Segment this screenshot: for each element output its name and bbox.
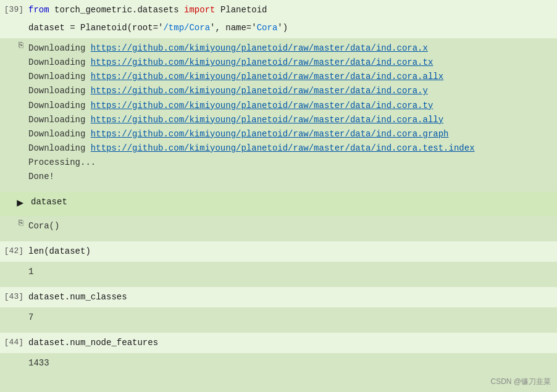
num-node-features-result: 1433: [28, 358, 49, 368]
dl-line-7: Downloading https://github.com/kimiyoung…: [28, 127, 552, 141]
cell-43-output-content: 7: [26, 307, 557, 328]
dataset-cell-content[interactable]: dataset: [26, 192, 557, 212]
keyword-import: import: [184, 5, 215, 15]
cell-44-code[interactable]: dataset.num_node_features: [26, 333, 557, 353]
cell-42-output-content: 1: [26, 262, 557, 282]
dl-link-6[interactable]: https://github.com/kimiyoung/planetoid/r…: [91, 115, 443, 125]
class-name: Planetoid: [220, 5, 267, 15]
dl-link-8[interactable]: https://github.com/kimiyoung/planetoid/r…: [91, 143, 475, 153]
code-assign-mid: ', name=': [210, 23, 257, 33]
spacer-2: [0, 236, 557, 241]
done-line: Done!: [28, 170, 552, 184]
module-name: torch_geometric.datasets: [54, 5, 184, 15]
cell-43-output: 7: [0, 307, 557, 328]
dl-line-4: Downloading https://github.com/kimiyoung…: [28, 84, 552, 98]
cell-39-code[interactable]: from torch_geometric.datasets import Pla…: [26, 0, 557, 38]
cell-42-output: 1: [0, 262, 557, 282]
cell-42-label: [42]: [0, 241, 26, 262]
cell-43-code[interactable]: dataset.num_classes: [26, 287, 557, 307]
len-result: 1: [28, 267, 33, 277]
cell-42-input: [42] len(dataset): [0, 241, 557, 262]
dl-link-1[interactable]: https://github.com/kimiyoung/planetoid/r…: [91, 43, 428, 53]
dataset-code: dataset: [31, 197, 67, 207]
code-line-2: dataset = Planetoid(root='/tmp/Cora', na…: [28, 21, 552, 35]
notebook: [39] from torch_geometric.datasets impor…: [0, 0, 557, 374]
dl-line-8: Downloading https://github.com/kimiyoung…: [28, 141, 552, 156]
dl-line-3: Downloading https://github.com/kimiyoung…: [28, 70, 552, 84]
dl-link-2[interactable]: https://github.com/kimiyoung/planetoid/r…: [91, 57, 433, 67]
keyword-from: from: [28, 5, 49, 15]
cell-43-input: [43] dataset.num_classes: [0, 287, 557, 307]
num-node-features-code: dataset.num_node_features: [28, 338, 158, 348]
root-path: /tmp/Cora: [163, 23, 210, 33]
play-icon: ▶: [17, 197, 23, 209]
processing-line: Processing...: [28, 156, 552, 170]
dl-link-3[interactable]: https://github.com/kimiyoung/planetoid/r…: [91, 72, 443, 81]
cell-42-out-label: [0, 262, 26, 269]
cell-39-label: [39]: [0, 0, 26, 20]
cell-39-output: ⎘ Downloading https://github.com/kimiyou…: [0, 38, 557, 187]
output-copy-icon-39: ⎘: [0, 38, 26, 56]
len-code: len(dataset): [28, 246, 91, 256]
run-button-dataset[interactable]: ▶: [0, 192, 26, 216]
num-classes-result: 7: [28, 312, 33, 322]
spacer-1: [0, 187, 557, 192]
cell-44-output-content: 1433: [26, 353, 557, 373]
cell-dataset-output: ⎘ Cora(): [0, 216, 557, 236]
cell-44-input: [44] dataset.num_node_features: [0, 333, 557, 353]
num-classes-code: dataset.num_classes: [28, 292, 127, 302]
dl-link-4[interactable]: https://github.com/kimiyoung/planetoid/r…: [91, 86, 428, 96]
spacer-4: [0, 328, 557, 333]
dl-line-5: Downloading https://github.com/kimiyoung…: [28, 99, 552, 113]
cell-39-input: [39] from torch_geometric.datasets impor…: [0, 0, 557, 38]
code-assign-start: dataset = Planetoid(root=': [28, 23, 163, 33]
cell-44-label: [44]: [0, 333, 26, 353]
cell-42-code[interactable]: len(dataset): [26, 241, 557, 262]
code-line-1: from torch_geometric.datasets import Pla…: [28, 3, 552, 17]
cell-43-label: [43]: [0, 287, 26, 307]
dl-link-7[interactable]: https://github.com/kimiyoung/planetoid/r…: [91, 129, 449, 139]
cell-44-out-label: [0, 353, 26, 361]
dl-link-5[interactable]: https://github.com/kimiyoung/planetoid/r…: [91, 101, 433, 111]
name-value: Cora: [257, 23, 278, 33]
code-assign-end: '): [277, 23, 288, 33]
watermark: CSDN @镰刀韭菜: [490, 377, 551, 387]
output-copy-icon-dataset: ⎘: [0, 216, 26, 234]
cora-output: Cora(): [28, 221, 59, 231]
dl-line-2: Downloading https://github.com/kimiyoung…: [28, 56, 552, 70]
cell-44-output: 1433: [0, 353, 557, 373]
cell-39-output-content: Downloading https://github.com/kimiyoung…: [26, 38, 557, 187]
cell-dataset-run: ▶ dataset: [0, 192, 557, 216]
spacer-3: [0, 282, 557, 287]
dl-line-6: Downloading https://github.com/kimiyoung…: [28, 113, 552, 127]
dataset-output-text: Cora(): [26, 216, 557, 236]
dl-line-1: Downloading https://github.com/kimiyoung…: [28, 41, 552, 56]
cell-43-out-label: [0, 307, 26, 315]
